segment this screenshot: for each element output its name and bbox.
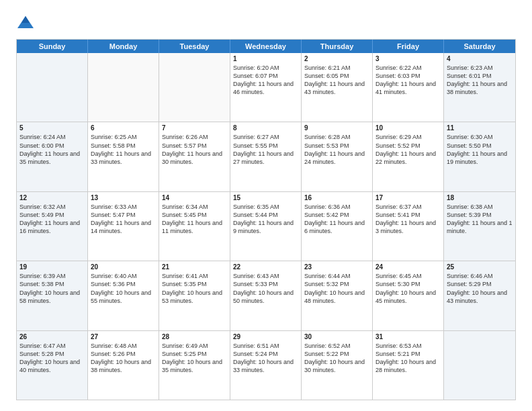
weekday-header-monday: Monday bbox=[88, 40, 159, 53]
day-number: 15 bbox=[233, 194, 298, 201]
day-number: 9 bbox=[304, 124, 369, 132]
calendar-cell-1-1: 6Sunrise: 6:25 AM Sunset: 5:58 PM Daylig… bbox=[88, 122, 159, 191]
cell-info: Sunrise: 6:36 AM Sunset: 5:42 PM Dayligh… bbox=[304, 203, 369, 236]
calendar-cell-1-4: 9Sunrise: 6:28 AM Sunset: 5:53 PM Daylig… bbox=[302, 122, 373, 191]
calendar-cell-3-1: 20Sunrise: 6:40 AM Sunset: 5:36 PM Dayli… bbox=[88, 261, 159, 330]
cell-info: Sunrise: 6:34 AM Sunset: 5:45 PM Dayligh… bbox=[162, 203, 227, 236]
calendar-cell-3-2: 21Sunrise: 6:41 AM Sunset: 5:35 PM Dayli… bbox=[159, 261, 230, 330]
calendar-cell-2-0: 12Sunrise: 6:32 AM Sunset: 5:49 PM Dayli… bbox=[17, 192, 88, 261]
day-number: 3 bbox=[375, 55, 441, 62]
day-number: 23 bbox=[304, 263, 369, 271]
calendar-cell-1-0: 5Sunrise: 6:24 AM Sunset: 6:00 PM Daylig… bbox=[17, 122, 88, 191]
day-number: 14 bbox=[162, 194, 227, 201]
day-number: 5 bbox=[19, 124, 85, 132]
day-number: 11 bbox=[447, 124, 513, 132]
calendar-cell-4-1: 27Sunrise: 6:48 AM Sunset: 5:26 PM Dayli… bbox=[88, 331, 159, 400]
calendar-cell-3-5: 24Sunrise: 6:45 AM Sunset: 5:30 PM Dayli… bbox=[373, 261, 444, 330]
cell-info: Sunrise: 6:49 AM Sunset: 5:25 PM Dayligh… bbox=[162, 342, 227, 375]
cell-info: Sunrise: 6:24 AM Sunset: 6:00 PM Dayligh… bbox=[19, 133, 85, 166]
day-number: 6 bbox=[91, 124, 156, 132]
day-number: 16 bbox=[304, 194, 369, 201]
calendar-cell-2-5: 17Sunrise: 6:37 AM Sunset: 5:41 PM Dayli… bbox=[373, 192, 444, 261]
cell-info: Sunrise: 6:29 AM Sunset: 5:52 PM Dayligh… bbox=[375, 133, 441, 166]
cell-info: Sunrise: 6:28 AM Sunset: 5:53 PM Dayligh… bbox=[304, 133, 369, 166]
day-number: 27 bbox=[91, 333, 156, 340]
day-number: 21 bbox=[162, 263, 227, 271]
calendar-body: 1Sunrise: 6:20 AM Sunset: 6:07 PM Daylig… bbox=[17, 53, 515, 400]
cell-info: Sunrise: 6:26 AM Sunset: 5:57 PM Dayligh… bbox=[162, 133, 227, 166]
calendar-cell-4-2: 28Sunrise: 6:49 AM Sunset: 5:25 PM Dayli… bbox=[159, 331, 230, 400]
cell-info: Sunrise: 6:51 AM Sunset: 5:24 PM Dayligh… bbox=[233, 342, 298, 375]
calendar-cell-1-6: 11Sunrise: 6:30 AM Sunset: 5:50 PM Dayli… bbox=[444, 122, 515, 191]
calendar-cell-0-1 bbox=[88, 53, 159, 122]
cell-info: Sunrise: 6:43 AM Sunset: 5:33 PM Dayligh… bbox=[233, 272, 298, 305]
day-number: 2 bbox=[304, 55, 369, 62]
day-number: 17 bbox=[375, 194, 441, 201]
cell-info: Sunrise: 6:22 AM Sunset: 6:03 PM Dayligh… bbox=[375, 64, 441, 97]
day-number: 28 bbox=[162, 333, 227, 340]
cell-info: Sunrise: 6:45 AM Sunset: 5:30 PM Dayligh… bbox=[375, 272, 441, 305]
calendar-cell-3-4: 23Sunrise: 6:44 AM Sunset: 5:32 PM Dayli… bbox=[302, 261, 373, 330]
cell-info: Sunrise: 6:40 AM Sunset: 5:36 PM Dayligh… bbox=[91, 272, 156, 305]
cell-info: Sunrise: 6:47 AM Sunset: 5:28 PM Dayligh… bbox=[19, 342, 85, 375]
calendar-row-0: 1Sunrise: 6:20 AM Sunset: 6:07 PM Daylig… bbox=[17, 53, 515, 122]
calendar-cell-2-3: 15Sunrise: 6:35 AM Sunset: 5:44 PM Dayli… bbox=[230, 192, 302, 261]
calendar-cell-4-3: 29Sunrise: 6:51 AM Sunset: 5:24 PM Dayli… bbox=[230, 331, 302, 400]
weekday-header-sunday: Sunday bbox=[17, 40, 88, 53]
calendar-cell-0-3: 1Sunrise: 6:20 AM Sunset: 6:07 PM Daylig… bbox=[230, 53, 302, 122]
calendar-cell-4-5: 31Sunrise: 6:53 AM Sunset: 5:21 PM Dayli… bbox=[373, 331, 444, 400]
calendar-row-4: 26Sunrise: 6:47 AM Sunset: 5:28 PM Dayli… bbox=[17, 330, 515, 400]
day-number: 1 bbox=[233, 55, 298, 62]
weekday-header-friday: Friday bbox=[373, 40, 444, 53]
calendar-cell-2-4: 16Sunrise: 6:36 AM Sunset: 5:42 PM Dayli… bbox=[302, 192, 373, 261]
calendar-row-3: 19Sunrise: 6:39 AM Sunset: 5:38 PM Dayli… bbox=[17, 261, 515, 330]
cell-info: Sunrise: 6:46 AM Sunset: 5:29 PM Dayligh… bbox=[447, 272, 513, 305]
day-number: 20 bbox=[91, 263, 156, 271]
cell-info: Sunrise: 6:37 AM Sunset: 5:41 PM Dayligh… bbox=[375, 203, 441, 236]
calendar-cell-0-5: 3Sunrise: 6:22 AM Sunset: 6:03 PM Daylig… bbox=[373, 53, 444, 122]
calendar-row-1: 5Sunrise: 6:24 AM Sunset: 6:00 PM Daylig… bbox=[17, 122, 515, 191]
calendar-cell-0-0 bbox=[17, 53, 88, 122]
weekday-header-thursday: Thursday bbox=[302, 40, 373, 53]
cell-info: Sunrise: 6:20 AM Sunset: 6:07 PM Dayligh… bbox=[233, 64, 298, 97]
day-number: 7 bbox=[162, 124, 227, 132]
calendar-cell-2-1: 13Sunrise: 6:33 AM Sunset: 5:47 PM Dayli… bbox=[88, 192, 159, 261]
logo-icon bbox=[16, 13, 35, 32]
day-number: 22 bbox=[233, 263, 298, 271]
weekday-header-wednesday: Wednesday bbox=[230, 40, 302, 53]
calendar-cell-4-6 bbox=[444, 331, 515, 400]
cell-info: Sunrise: 6:35 AM Sunset: 5:44 PM Dayligh… bbox=[233, 203, 298, 236]
day-number: 24 bbox=[375, 263, 441, 271]
day-number: 12 bbox=[19, 194, 85, 201]
calendar-cell-2-2: 14Sunrise: 6:34 AM Sunset: 5:45 PM Dayli… bbox=[159, 192, 230, 261]
calendar: SundayMondayTuesdayWednesdayThursdayFrid… bbox=[16, 39, 516, 400]
calendar-cell-0-4: 2Sunrise: 6:21 AM Sunset: 6:05 PM Daylig… bbox=[302, 53, 373, 122]
calendar-cell-1-3: 8Sunrise: 6:27 AM Sunset: 5:55 PM Daylig… bbox=[230, 122, 302, 191]
cell-info: Sunrise: 6:21 AM Sunset: 6:05 PM Dayligh… bbox=[304, 64, 369, 97]
day-number: 25 bbox=[447, 263, 513, 271]
cell-info: Sunrise: 6:33 AM Sunset: 5:47 PM Dayligh… bbox=[91, 203, 156, 236]
cell-info: Sunrise: 6:52 AM Sunset: 5:22 PM Dayligh… bbox=[304, 342, 369, 375]
day-number: 19 bbox=[19, 263, 85, 271]
cell-info: Sunrise: 6:25 AM Sunset: 5:58 PM Dayligh… bbox=[91, 133, 156, 166]
day-number: 4 bbox=[447, 55, 513, 62]
day-number: 29 bbox=[233, 333, 298, 340]
calendar-cell-1-5: 10Sunrise: 6:29 AM Sunset: 5:52 PM Dayli… bbox=[373, 122, 444, 191]
logo bbox=[16, 13, 38, 32]
day-number: 26 bbox=[19, 333, 85, 340]
page: SundayMondayTuesdayWednesdayThursdayFrid… bbox=[0, 0, 532, 411]
cell-info: Sunrise: 6:38 AM Sunset: 5:39 PM Dayligh… bbox=[447, 203, 513, 236]
day-number: 30 bbox=[304, 333, 369, 340]
cell-info: Sunrise: 6:27 AM Sunset: 5:55 PM Dayligh… bbox=[233, 133, 298, 166]
cell-info: Sunrise: 6:30 AM Sunset: 5:50 PM Dayligh… bbox=[447, 133, 513, 166]
calendar-row-2: 12Sunrise: 6:32 AM Sunset: 5:49 PM Dayli… bbox=[17, 191, 515, 261]
calendar-cell-3-6: 25Sunrise: 6:46 AM Sunset: 5:29 PM Dayli… bbox=[444, 261, 515, 330]
calendar-cell-3-0: 19Sunrise: 6:39 AM Sunset: 5:38 PM Dayli… bbox=[17, 261, 88, 330]
weekday-header-saturday: Saturday bbox=[444, 40, 515, 53]
cell-info: Sunrise: 6:44 AM Sunset: 5:32 PM Dayligh… bbox=[304, 272, 369, 305]
calendar-cell-0-2 bbox=[159, 53, 230, 122]
svg-marker-1 bbox=[21, 16, 30, 23]
cell-info: Sunrise: 6:23 AM Sunset: 6:01 PM Dayligh… bbox=[447, 64, 513, 97]
calendar-cell-2-6: 18Sunrise: 6:38 AM Sunset: 5:39 PM Dayli… bbox=[444, 192, 515, 261]
cell-info: Sunrise: 6:53 AM Sunset: 5:21 PM Dayligh… bbox=[375, 342, 441, 375]
